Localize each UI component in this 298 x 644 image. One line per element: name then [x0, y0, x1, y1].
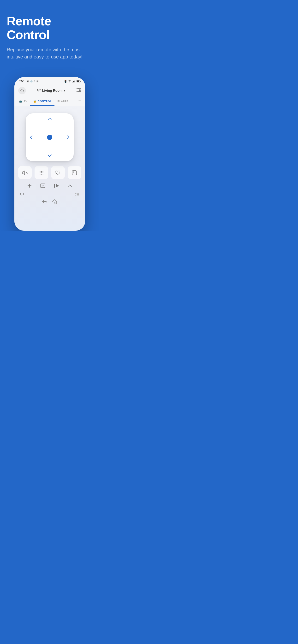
favorite-button[interactable] — [51, 166, 65, 179]
battery-icon — [77, 80, 81, 82]
back-button[interactable] — [42, 199, 47, 205]
svg-point-28 — [43, 174, 43, 174]
input-button[interactable] — [38, 182, 47, 189]
status-icon-record: ⊙ — [34, 80, 36, 82]
svg-rect-34 — [54, 184, 55, 188]
svg-rect-29 — [72, 170, 77, 175]
svg-point-8 — [38, 92, 39, 92]
svg-rect-7 — [77, 80, 79, 82]
tab-bar: 📺 TV 🔒 CONTROL ⊞ APPS — [14, 97, 85, 106]
control-row-2 — [18, 182, 81, 189]
tv-tab-icon: 📺 — [19, 100, 23, 103]
status-icon-calendar: ▦ — [37, 80, 39, 82]
status-left-group: 6:56 ▣ ⚓ ⊙ ▦ — [19, 80, 39, 83]
status-right-group: 📳 — [64, 80, 81, 83]
remote-content: CH — [14, 106, 85, 231]
tv-tab-label: TV — [24, 100, 27, 103]
volume-ch-row: CH — [18, 192, 81, 197]
svg-rect-6 — [80, 81, 81, 82]
hero-section: Remote Control Replace your remote with … — [0, 0, 99, 68]
svg-point-21 — [41, 171, 42, 172]
signal-icon — [72, 80, 76, 82]
status-time: 6:56 — [19, 80, 25, 83]
svg-rect-30 — [73, 171, 74, 172]
control-row-1 — [18, 166, 81, 179]
tab-tv[interactable]: 📺 TV — [16, 97, 31, 106]
svg-rect-33 — [41, 184, 45, 188]
control-tab-icon: 🔒 — [33, 100, 37, 103]
chevron-up-button[interactable] — [66, 182, 74, 189]
dpad-up-button[interactable] — [48, 117, 52, 120]
svg-point-17 — [80, 100, 81, 101]
svg-rect-2 — [73, 81, 74, 82]
wifi-status-icon — [68, 80, 71, 82]
svg-point-22 — [43, 171, 43, 172]
dpad-down-button[interactable] — [48, 154, 52, 158]
svg-point-27 — [41, 174, 42, 174]
apps-tab-label: APPS — [61, 100, 69, 103]
control-tab-label: CONTROL — [38, 100, 52, 103]
settings-button[interactable] — [77, 88, 81, 93]
playpause-button[interactable] — [52, 182, 61, 189]
app-header: Living Room ▾ — [14, 84, 85, 97]
status-icon-notifications: ▣ — [27, 80, 29, 82]
numpad-button[interactable] — [35, 166, 48, 179]
room-name-label: Living Room — [42, 89, 63, 92]
hero-subtitle: Replace your remote with the most intuit… — [7, 46, 93, 60]
bottom-row — [18, 199, 81, 205]
hero-title: Remote Control — [7, 14, 93, 42]
tab-more-button[interactable] — [76, 97, 83, 106]
dpad-container — [26, 113, 74, 161]
vibrate-icon: 📳 — [64, 80, 67, 83]
ch-label: CH — [75, 193, 79, 196]
svg-point-16 — [79, 100, 80, 101]
dpad-right-button[interactable] — [66, 135, 70, 140]
power-button[interactable] — [18, 87, 26, 94]
svg-point-24 — [41, 172, 42, 173]
dropdown-chevron-icon: ▾ — [64, 89, 65, 92]
tab-apps[interactable]: ⊞ APPS — [54, 97, 71, 106]
svg-point-15 — [78, 100, 78, 101]
svg-point-0 — [69, 82, 70, 82]
volume-icon — [20, 192, 25, 197]
home-button[interactable] — [52, 199, 57, 205]
svg-point-23 — [40, 172, 40, 173]
svg-rect-3 — [74, 81, 75, 83]
svg-point-25 — [43, 172, 43, 173]
plus-button[interactable] — [26, 182, 34, 189]
dpad-left-button[interactable] — [30, 135, 33, 140]
phone-wrapper: 6:56 ▣ ⚓ ⊙ ▦ 📳 — [0, 77, 99, 231]
extra-button[interactable] — [68, 166, 81, 179]
phone-frame: 6:56 ▣ ⚓ ⊙ ▦ 📳 — [14, 77, 85, 231]
room-selector[interactable]: Living Room ▾ — [37, 89, 66, 92]
mute-button[interactable] — [18, 166, 32, 179]
status-icon-usb: ⚓ — [30, 80, 33, 82]
wifi-header-icon — [37, 89, 41, 92]
status-bar: 6:56 ▣ ⚓ ⊙ ▦ 📳 — [14, 77, 85, 84]
dpad-center-button[interactable] — [47, 135, 52, 140]
svg-rect-1 — [72, 82, 73, 82]
tab-control[interactable]: 🔒 CONTROL — [30, 97, 54, 106]
svg-point-20 — [40, 171, 40, 172]
apps-tab-icon: ⊞ — [57, 100, 60, 103]
svg-point-13 — [79, 89, 80, 90]
svg-point-12 — [77, 88, 78, 89]
svg-point-14 — [77, 91, 78, 92]
svg-rect-4 — [75, 80, 75, 82]
svg-point-26 — [40, 174, 40, 174]
